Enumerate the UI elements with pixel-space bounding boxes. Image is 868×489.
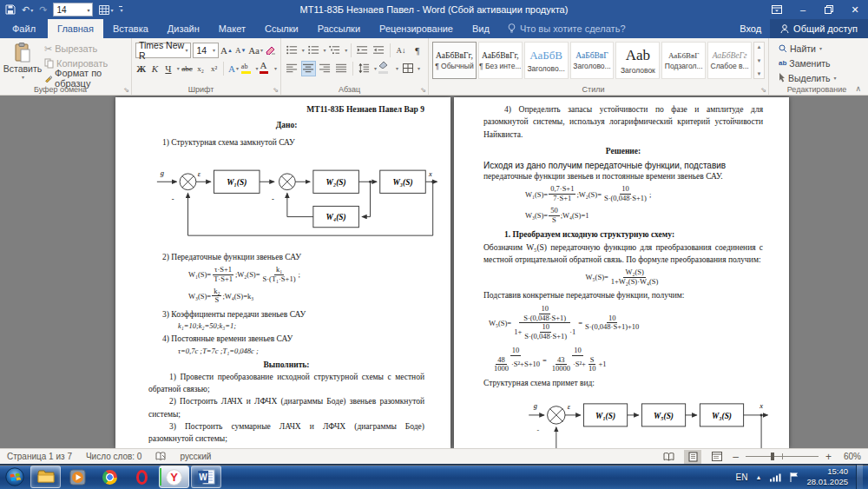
tray-clock[interactable]: 15:40 28.01.2025 (806, 466, 848, 487)
style-subtitle[interactable]: АаБбВвГ Подзагол... (661, 42, 706, 79)
style-heading2[interactable]: АаБбВвГ Заголово... (570, 42, 615, 79)
language-indicator[interactable]: русский (180, 452, 211, 461)
styles-gallery-scroll[interactable]: ▲ ▼ ▼ (753, 42, 765, 79)
zoom-slider[interactable] (746, 456, 819, 457)
show-marks-icon[interactable]: ¶ (410, 43, 424, 58)
shading-icon[interactable] (378, 61, 393, 76)
clear-formatting-icon[interactable] (265, 43, 277, 58)
shrink-font-button[interactable]: А▼ (234, 43, 247, 58)
page-indicator[interactable]: Страница 1 из 7 (7, 452, 72, 461)
taskbar-explorer-button[interactable] (30, 466, 61, 488)
given-item-1: 1) Структурная схема замкнутой САУ (148, 136, 424, 149)
clipboard-dialog-launcher[interactable]: ⇘ (123, 86, 129, 94)
redo-button[interactable]: ↷ (39, 4, 47, 16)
document-page-1[interactable]: МТ11-83Б Незнаев Павел Вар 9 Дано: 1) Ст… (115, 97, 450, 448)
decrease-indent-icon[interactable] (355, 43, 370, 58)
increase-indent-icon[interactable] (372, 43, 386, 58)
zoom-in-button[interactable]: + (825, 451, 832, 463)
font-family-combo[interactable]: Times New R▾ (135, 43, 191, 58)
taskbar-yandex-button[interactable]: Y (159, 466, 189, 488)
numbering-icon[interactable] (306, 43, 321, 58)
keyboard-language[interactable]: EN (736, 472, 748, 482)
style-heading1[interactable]: АаБбВ Заголово... (524, 42, 569, 79)
paste-button[interactable]: Вставить ▾ (3, 41, 42, 85)
find-button[interactable]: Найти▾ (776, 42, 858, 55)
tab-mailings[interactable]: Рассылки (308, 19, 370, 38)
format-painter-button[interactable]: Формат по образцу (42, 71, 128, 85)
zoom-level[interactable]: 60% (838, 452, 861, 461)
font-dialog-launcher[interactable]: ⇘ (273, 86, 279, 94)
restore-button[interactable] (816, 0, 842, 19)
tab-references[interactable]: Ссылки (255, 19, 308, 38)
bold-button[interactable]: Ж (135, 61, 148, 76)
tab-review[interactable]: Рецензирование (370, 19, 463, 38)
align-left-icon[interactable] (285, 61, 299, 76)
sign-in-button[interactable]: Вход (731, 19, 770, 38)
tab-view[interactable]: Вид (463, 19, 499, 38)
underline-button[interactable]: Ч (162, 61, 174, 76)
tab-design[interactable]: Дизайн (158, 19, 209, 38)
cut-button[interactable]: ✂ Вырезать (42, 42, 128, 56)
multilevel-list-icon[interactable] (327, 43, 342, 58)
change-case-button[interactable]: Аа▾ (248, 43, 263, 58)
network-icon[interactable] (769, 472, 781, 482)
minimize-button[interactable]: – (790, 0, 816, 19)
block-w5: W₅(S) (654, 412, 674, 421)
taskbar-chrome-button[interactable] (95, 466, 125, 488)
show-desktop-button[interactable] (856, 465, 863, 489)
ribbon-display-options-icon[interactable] (764, 0, 790, 19)
taskbar-word-button[interactable]: W (191, 466, 221, 488)
document-canvas[interactable]: МТ11-83Б Незнаев Павел Вар 9 Дано: 1) Ст… (0, 96, 868, 448)
highlight-color-button[interactable]: ab (241, 61, 253, 76)
replace-button[interactable]: ab Заменить (776, 56, 858, 69)
text-effects-button[interactable]: А▾ (227, 61, 240, 76)
qat-font-size[interactable]: 14▾ (53, 3, 93, 17)
tab-home[interactable]: Главная (48, 19, 103, 38)
customize-qat-icon[interactable]: ▾ (119, 6, 122, 13)
styles-dialog-launcher[interactable]: ⇘ (760, 86, 766, 94)
taskbar-opera-button[interactable] (127, 466, 157, 488)
font-color-button[interactable]: А (260, 61, 272, 76)
proofing-icon[interactable] (155, 452, 166, 461)
align-right-icon[interactable] (318, 61, 332, 76)
tab-layout[interactable]: Макет (209, 19, 255, 38)
font-size-combo[interactable]: 14▾ (193, 43, 219, 58)
tell-me-box[interactable]: Что вы хотите сделать? (499, 19, 635, 38)
style-subtle-emphasis[interactable]: АаБбВеГг Слабое в... (707, 42, 752, 79)
italic-button[interactable]: К (149, 61, 161, 76)
subscript-button[interactable]: x₂ (194, 61, 207, 76)
line-spacing-icon[interactable] (357, 61, 372, 76)
taskbar-mediaplayer-button[interactable] (62, 466, 93, 488)
tab-file[interactable]: Файл (0, 19, 48, 38)
paragraph-dialog-launcher[interactable]: ⇘ (420, 86, 426, 94)
tab-insert[interactable]: Вставка (103, 19, 158, 38)
share-button[interactable]: Общий доступ (770, 19, 868, 38)
bullets-icon[interactable] (285, 43, 299, 58)
style-no-spacing[interactable]: АаБбВвГг, ¶ Без инте... (478, 42, 523, 79)
justify-icon[interactable] (334, 61, 349, 76)
save-icon[interactable] (5, 4, 16, 15)
undo-button[interactable]: ↶▾ (22, 4, 33, 16)
web-layout-icon[interactable] (708, 450, 726, 464)
strikethrough-button[interactable]: abc (181, 61, 194, 76)
borders-icon[interactable] (400, 61, 415, 76)
document-page-2[interactable]: 4) Определить запасы устойчивости по фаз… (454, 97, 789, 448)
grow-font-button[interactable]: А▲ (220, 43, 233, 58)
style-title[interactable]: Аab Заголовок (615, 42, 660, 79)
style-normal[interactable]: АаБбВвГг, ¶ Обычный (432, 42, 477, 79)
collapse-ribbon-icon[interactable]: ∧ (855, 84, 861, 93)
zoom-out-button[interactable]: – (733, 451, 739, 463)
word-count[interactable]: Число слов: 0 (86, 452, 141, 461)
action-center-flag-icon[interactable] (789, 472, 799, 483)
read-mode-icon[interactable] (660, 450, 677, 464)
close-button[interactable]: ✕ (842, 0, 868, 19)
sort-icon[interactable]: А↓ (394, 43, 409, 58)
select-button[interactable]: Выделить▾ (776, 71, 858, 84)
superscript-button[interactable]: x² (208, 61, 220, 76)
hidden-icons-chevron[interactable]: ▲ (756, 474, 762, 480)
print-layout-icon[interactable] (684, 450, 701, 464)
table-icon[interactable]: ▾ (99, 5, 113, 15)
align-center-icon[interactable] (301, 61, 316, 76)
formula-r1: W₁(S)=0,7·S+17·S+1 ;W₂(S)=10S·(0,048·S+1… (525, 185, 763, 203)
start-button[interactable] (0, 465, 30, 489)
